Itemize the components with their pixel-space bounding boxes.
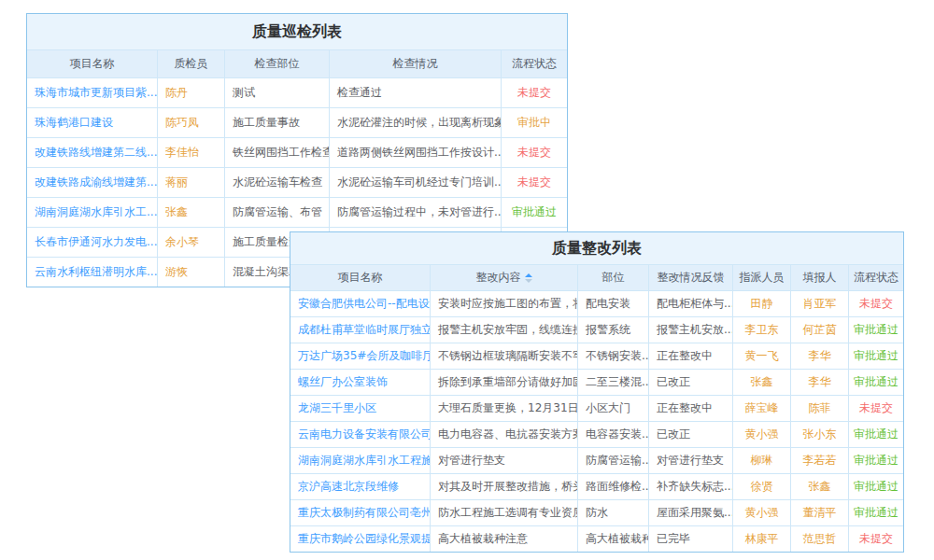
project-name-link[interactable]: 京沪高速北京段维修	[290, 474, 431, 499]
inspection-situation-cell: 检查通过	[330, 78, 502, 107]
assignee-name: 徐贤	[733, 474, 791, 499]
reporter-name: 范思哲	[791, 526, 849, 552]
table-row: 云南电力设备安装有限公司20... 电力电容器、电抗器安装方案... 电容器安装…	[290, 421, 903, 447]
project-name-link[interactable]: 改建铁路线增建第二线...	[27, 138, 158, 167]
inspection-part-cell: 测试	[225, 78, 330, 107]
rectification-feedback-cell: 配电柜柜体与...	[649, 291, 733, 316]
rectification-content-cell: 电力电容器、电抗器安装方案...	[431, 422, 578, 447]
project-name-link[interactable]: 云南水利枢纽潜明水库...	[27, 258, 158, 287]
rectification-feedback-cell: 正在整改中	[649, 343, 733, 369]
rectification-col-status: 流程状态	[849, 265, 903, 290]
inspection-col-inspector: 质检员	[158, 50, 225, 77]
sort-ascending-icon[interactable]	[525, 270, 532, 277]
rectification-content-cell: 对其及时开展整改措施，桥头...	[431, 474, 578, 499]
rectification-content-cell: 安装时应按施工图的布置，将...	[431, 291, 578, 316]
inspection-col-status: 流程状态	[502, 50, 567, 77]
inspection-panel-title: 质量巡检列表	[27, 14, 567, 49]
rectification-col-assignee: 指派人员	[733, 265, 791, 290]
inspection-header-row: 项目名称 质检员 检查部位 检查情况 流程状态	[27, 49, 567, 77]
assignee-name: 黄小强	[733, 422, 791, 447]
project-name-link[interactable]: 长春市伊通河水力发电...	[27, 228, 158, 257]
status-badge: 审批通过	[849, 474, 903, 499]
table-row: 成都杜甫草堂临时展厅独立展... 报警主机安放牢固，线缆连接... 报警系统 报…	[290, 316, 903, 343]
rectification-header-row: 项目名称 整改内容 部位 整改情况反馈 指派人员 填报人 流程状态	[290, 264, 903, 290]
inspection-situation-cell: 水泥砼运输车司机经过专门培训...	[330, 168, 502, 197]
status-badge: 未提交	[502, 138, 567, 167]
reporter-name: 何芷茵	[791, 317, 849, 343]
assignee-name: 林康平	[733, 526, 791, 552]
rectification-col-feedback: 整改情况反馈	[649, 265, 733, 290]
rectification-content-cell: 防水工程施工选调有专业资质...	[431, 500, 578, 525]
status-badge: 未提交	[502, 168, 567, 197]
table-row: 改建铁路线增建第二线... 李佳怡 铁丝网围挡工作检查 道路两侧铁丝网围挡工作按…	[27, 137, 567, 167]
project-name-link[interactable]: 重庆太极制药有限公司亳州中...	[290, 500, 431, 525]
table-row: 珠海市城市更新项目紫... 陈丹 测试 检查通过 未提交	[27, 77, 567, 107]
reporter-name: 陈菲	[791, 396, 849, 421]
table-row: 湖南洞庭湖水库引水工... 张鑫 防腐管运输、布管 防腐管运输过程中，未对管进行…	[27, 197, 567, 227]
reporter-name: 肖亚军	[791, 291, 849, 316]
table-row: 重庆太极制药有限公司亳州中... 防水工程施工选调有专业资质... 防水 屋面采…	[290, 499, 903, 525]
table-row: 湖南洞庭湖水库引水工程施工1... 对管进行垫支 防腐管运输... 对管进行垫支…	[290, 447, 903, 473]
reporter-name: 李华	[791, 370, 849, 395]
rectification-content-cell: 对管进行垫支	[431, 448, 578, 473]
inspection-part-cell: 防腐管运输、布管	[225, 198, 330, 227]
rectification-feedback-cell: 报警主机安放...	[649, 317, 733, 343]
rectification-part-cell: 小区大门	[578, 396, 649, 421]
inspection-part-cell: 施工质量事故	[225, 108, 330, 137]
reporter-name: 张小东	[791, 422, 849, 447]
project-name-link[interactable]: 珠海鹤港口建设	[27, 108, 158, 137]
rectification-col-project-name: 项目名称	[290, 265, 431, 290]
rectification-content-cell: 报警主机安放牢固，线缆连接...	[431, 317, 578, 343]
table-row: 重庆市鹅岭公园绿化景观提升... 高大植被栽种注意 高大植被栽种 已完毕 林康平…	[290, 525, 903, 552]
assignee-name: 张鑫	[733, 370, 791, 395]
inspector-name: 余小琴	[158, 228, 225, 257]
status-badge: 未提交	[849, 396, 903, 421]
status-badge: 审批中	[502, 108, 567, 137]
rectification-col-content[interactable]: 整改内容	[431, 265, 578, 290]
table-row: 京沪高速北京段维修 对其及时开展整改措施，桥头... 路面维修检... 补齐缺失…	[290, 473, 903, 499]
project-name-link[interactable]: 重庆市鹅岭公园绿化景观提升...	[290, 526, 431, 552]
sort-descending-icon[interactable]	[525, 279, 532, 287]
inspector-name: 蒋丽	[158, 168, 225, 197]
assignee-name: 田静	[733, 291, 791, 316]
project-name-link[interactable]: 螺丝厂办公室装饰	[290, 370, 431, 395]
project-name-link[interactable]: 成都杜甫草堂临时展厅独立展...	[290, 317, 431, 343]
project-name-link[interactable]: 湖南洞庭湖水库引水工...	[27, 198, 158, 227]
rectification-feedback-cell: 已完毕	[649, 526, 733, 552]
project-name-link[interactable]: 湖南洞庭湖水库引水工程施工1...	[290, 448, 431, 473]
rectification-part-cell: 电容器安装...	[578, 422, 649, 447]
rectification-part-cell: 防水	[578, 500, 649, 525]
project-name-link[interactable]: 万达广场35#会所及咖啡厅空...	[290, 343, 431, 369]
project-name-link[interactable]: 珠海市城市更新项目紫...	[27, 78, 158, 107]
assignee-name: 柳琳	[733, 448, 791, 473]
project-name-link[interactable]: 安徽合肥供电公司--配电设备...	[290, 291, 431, 316]
reporter-name: 董清平	[791, 500, 849, 525]
rectification-feedback-cell: 正在整改中	[649, 396, 733, 421]
rectification-feedback-cell: 已改正	[649, 370, 733, 395]
inspector-name: 陈丹	[158, 78, 225, 107]
sort-icon[interactable]	[525, 270, 532, 287]
table-row: 安徽合肥供电公司--配电设备... 安装时应按施工图的布置，将... 配电安装 …	[290, 290, 903, 316]
rectification-content-cell: 大理石质量更换，12月31日之...	[431, 396, 578, 421]
inspector-name: 张鑫	[158, 198, 225, 227]
rectification-feedback-cell: 屋面采用聚氨...	[649, 500, 733, 525]
rectification-panel-title: 质量整改列表	[290, 232, 903, 264]
rectification-col-content-label: 整改内容	[476, 270, 521, 286]
reporter-name: 张鑫	[791, 474, 849, 499]
rectification-content-cell: 不锈钢边框玻璃隔断安装不牢...	[431, 343, 578, 369]
rectification-part-cell: 高大植被栽种	[578, 526, 649, 552]
quality-rectification-panel: 质量整改列表 项目名称 整改内容 部位 整改情况反馈 指派人员 填报人 流程状态…	[290, 231, 904, 553]
project-name-link[interactable]: 改建铁路成渝线增建第...	[27, 168, 158, 197]
inspection-situation-cell: 道路两侧铁丝网围挡工作按设计...	[330, 138, 502, 167]
inspection-col-project-name: 项目名称	[27, 50, 158, 77]
table-row: 龙湖三千里小区 大理石质量更换，12月31日之... 小区大门 正在整改中 薛宝…	[290, 395, 903, 421]
assignee-name: 李卫东	[733, 317, 791, 343]
status-badge: 未提交	[502, 78, 567, 107]
table-row: 螺丝厂办公室装饰 拆除到承重墙部分请做好加固... 二至三楼混... 已改正 张…	[290, 369, 903, 395]
table-row: 改建铁路成渝线增建第... 蒋丽 水泥砼运输车检查 水泥砼运输车司机经过专门培训…	[27, 167, 567, 197]
assignee-name: 黄一飞	[733, 343, 791, 369]
status-badge: 审批通过	[849, 500, 903, 525]
project-name-link[interactable]: 云南电力设备安装有限公司20...	[290, 422, 431, 447]
project-name-link[interactable]: 龙湖三千里小区	[290, 396, 431, 421]
status-badge: 审批通过	[849, 370, 903, 395]
